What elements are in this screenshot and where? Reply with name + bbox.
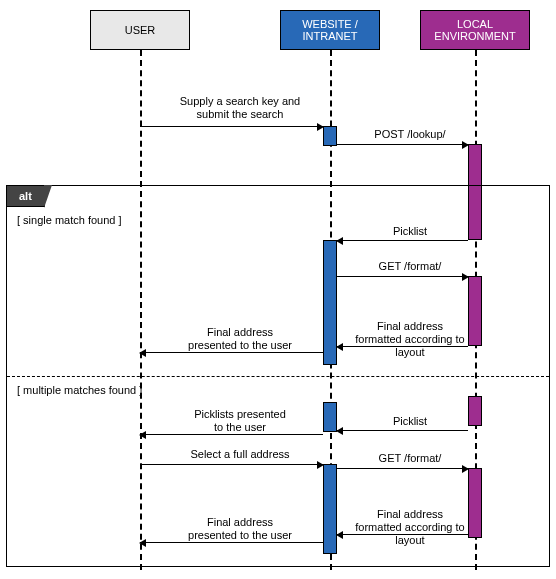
arrow-formatted-2 — [337, 534, 468, 535]
msg-select-full: Select a full address — [180, 448, 300, 461]
participant-user: USER — [90, 10, 190, 50]
guard-single-match: [ single match found ] — [17, 214, 122, 226]
sequence-diagram: USER WEBSITE / INTRANET LOCAL ENVIRONMEN… — [0, 0, 556, 579]
msg-picklist-1: Picklist — [380, 225, 440, 238]
activation-web-2 — [323, 240, 337, 365]
activation-web-1 — [323, 126, 337, 146]
arrow-picklists-presented — [140, 434, 323, 435]
arrow-supply-key — [140, 126, 323, 127]
arrow-presented-1 — [140, 352, 323, 353]
arrow-presented-2 — [140, 542, 323, 543]
msg-picklists-presented: Picklists presented to the user — [190, 408, 290, 434]
activation-web-4 — [323, 464, 337, 554]
msg-supply-key: Supply a search key and submit the searc… — [175, 95, 305, 121]
arrow-post-lookup — [337, 144, 468, 145]
msg-get-format-1: GET /format/ — [370, 260, 450, 273]
guard-multi-match: [ multiple matches found ] — [17, 384, 142, 396]
msg-post-lookup: POST /lookup/ — [370, 128, 450, 141]
msg-presented-2: Final address presented to the user — [185, 516, 295, 542]
arrow-select-full — [140, 464, 323, 465]
msg-formatted-2: Final address formatted according to lay… — [355, 508, 465, 548]
msg-formatted-1: Final address formatted according to lay… — [355, 320, 465, 360]
arrow-picklist-2 — [337, 430, 468, 431]
activation-local-3 — [468, 396, 482, 426]
arrow-get-format-1 — [337, 276, 468, 277]
alt-divider — [7, 376, 549, 377]
activation-local-4 — [468, 468, 482, 538]
arrow-get-format-2 — [337, 468, 468, 469]
activation-web-3 — [323, 402, 337, 432]
participant-local: LOCAL ENVIRONMENT — [420, 10, 530, 50]
msg-presented-1: Final address presented to the user — [185, 326, 295, 352]
arrow-formatted-1 — [337, 346, 468, 347]
arrow-picklist-1 — [337, 240, 468, 241]
activation-local-2 — [468, 276, 482, 346]
msg-picklist-2: Picklist — [380, 415, 440, 428]
msg-get-format-2: GET /format/ — [370, 452, 450, 465]
participant-website: WEBSITE / INTRANET — [280, 10, 380, 50]
alt-operator-tag: alt — [6, 185, 45, 207]
